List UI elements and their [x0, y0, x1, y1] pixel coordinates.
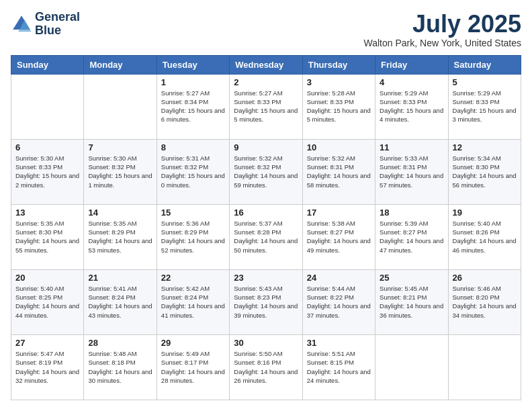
calendar-cell: 29Sunrise: 5:49 AMSunset: 8:17 PMDayligh… [157, 334, 229, 400]
day-number: 15 [161, 208, 225, 218]
day-number: 22 [161, 273, 225, 283]
day-number: 1 [161, 77, 225, 87]
day-number: 20 [15, 273, 79, 283]
subtitle: Walton Park, New York, United States [364, 38, 521, 48]
col-thursday: Thursday [302, 55, 375, 74]
calendar-cell: 10Sunrise: 5:32 AMSunset: 8:31 PMDayligh… [302, 139, 375, 204]
day-info: Sunrise: 5:27 AMSunset: 8:33 PMDaylight:… [234, 89, 298, 124]
day-number: 17 [307, 208, 371, 218]
day-info: Sunrise: 5:47 AMSunset: 8:19 PMDaylight:… [15, 349, 79, 385]
day-number: 12 [453, 142, 517, 152]
day-info: Sunrise: 5:29 AMSunset: 8:33 PMDaylight:… [380, 89, 443, 124]
day-info: Sunrise: 5:51 AMSunset: 8:15 PMDaylight:… [307, 349, 371, 385]
calendar-cell: 24Sunrise: 5:44 AMSunset: 8:22 PMDayligh… [302, 269, 375, 334]
day-info: Sunrise: 5:39 AMSunset: 8:27 PMDaylight:… [380, 219, 443, 255]
day-info: Sunrise: 5:29 AMSunset: 8:33 PMDaylight:… [453, 89, 517, 124]
calendar-cell [11, 74, 84, 139]
calendar-cell: 15Sunrise: 5:36 AMSunset: 8:29 PMDayligh… [157, 204, 229, 269]
day-info: Sunrise: 5:30 AMSunset: 8:32 PMDaylight:… [88, 154, 152, 189]
day-number: 13 [15, 208, 79, 218]
calendar-cell: 2Sunrise: 5:27 AMSunset: 8:33 PMDaylight… [230, 74, 302, 139]
day-info: Sunrise: 5:48 AMSunset: 8:18 PMDaylight:… [88, 349, 152, 385]
calendar-cell: 5Sunrise: 5:29 AMSunset: 8:33 PMDaylight… [448, 74, 521, 139]
calendar-cell: 25Sunrise: 5:45 AMSunset: 8:21 PMDayligh… [375, 269, 448, 334]
day-number: 23 [234, 273, 298, 283]
calendar-cell: 30Sunrise: 5:50 AMSunset: 8:16 PMDayligh… [230, 334, 302, 400]
calendar-cell: 11Sunrise: 5:33 AMSunset: 8:31 PMDayligh… [375, 139, 448, 204]
day-number: 31 [307, 338, 371, 348]
day-info: Sunrise: 5:41 AMSunset: 8:24 PMDaylight:… [88, 284, 152, 320]
col-wednesday: Wednesday [230, 55, 302, 74]
calendar-cell: 12Sunrise: 5:34 AMSunset: 8:30 PMDayligh… [448, 139, 521, 204]
day-info: Sunrise: 5:32 AMSunset: 8:31 PMDaylight:… [307, 154, 371, 189]
day-info: Sunrise: 5:30 AMSunset: 8:33 PMDaylight:… [15, 154, 79, 189]
day-info: Sunrise: 5:42 AMSunset: 8:24 PMDaylight:… [161, 284, 225, 320]
day-info: Sunrise: 5:45 AMSunset: 8:21 PMDaylight:… [380, 284, 443, 320]
day-number: 10 [307, 142, 371, 152]
logo-text: General Blue [35, 11, 80, 38]
day-info: Sunrise: 5:43 AMSunset: 8:23 PMDaylight:… [234, 284, 298, 320]
day-number: 14 [88, 208, 152, 218]
col-sunday: Sunday [11, 55, 84, 74]
calendar-cell: 27Sunrise: 5:47 AMSunset: 8:19 PMDayligh… [11, 334, 84, 400]
day-info: Sunrise: 5:35 AMSunset: 8:29 PMDaylight:… [88, 219, 152, 255]
day-number: 9 [234, 142, 298, 152]
day-info: Sunrise: 5:44 AMSunset: 8:22 PMDaylight:… [307, 284, 371, 320]
day-info: Sunrise: 5:40 AMSunset: 8:25 PMDaylight:… [15, 284, 79, 320]
day-info: Sunrise: 5:31 AMSunset: 8:32 PMDaylight:… [161, 154, 225, 189]
day-info: Sunrise: 5:37 AMSunset: 8:28 PMDaylight:… [234, 219, 298, 255]
calendar-cell: 26Sunrise: 5:46 AMSunset: 8:20 PMDayligh… [448, 269, 521, 334]
day-number: 28 [88, 338, 152, 348]
day-info: Sunrise: 5:36 AMSunset: 8:29 PMDaylight:… [161, 219, 225, 255]
calendar-cell [375, 334, 448, 400]
calendar-week-3: 13Sunrise: 5:35 AMSunset: 8:30 PMDayligh… [11, 204, 521, 269]
day-number: 6 [15, 142, 79, 152]
calendar-cell [448, 334, 521, 400]
calendar-cell: 16Sunrise: 5:37 AMSunset: 8:28 PMDayligh… [230, 204, 302, 269]
calendar-cell: 4Sunrise: 5:29 AMSunset: 8:33 PMDaylight… [375, 74, 448, 139]
col-saturday: Saturday [448, 55, 521, 74]
day-info: Sunrise: 5:28 AMSunset: 8:33 PMDaylight:… [307, 89, 371, 124]
day-number: 2 [234, 77, 298, 87]
day-number: 29 [161, 338, 225, 348]
calendar-week-1: 1Sunrise: 5:27 AMSunset: 8:34 PMDaylight… [11, 74, 521, 139]
main-title: July 2025 [364, 11, 521, 38]
logo: General Blue [11, 11, 80, 38]
day-number: 11 [380, 142, 443, 152]
calendar-cell: 6Sunrise: 5:30 AMSunset: 8:33 PMDaylight… [11, 139, 84, 204]
day-info: Sunrise: 5:27 AMSunset: 8:34 PMDaylight:… [161, 89, 225, 124]
day-info: Sunrise: 5:38 AMSunset: 8:27 PMDaylight:… [307, 219, 371, 255]
calendar-cell: 21Sunrise: 5:41 AMSunset: 8:24 PMDayligh… [84, 269, 157, 334]
calendar-cell: 1Sunrise: 5:27 AMSunset: 8:34 PMDaylight… [157, 74, 229, 139]
calendar-cell: 13Sunrise: 5:35 AMSunset: 8:30 PMDayligh… [11, 204, 84, 269]
calendar-header-row: Sunday Monday Tuesday Wednesday Thursday… [11, 55, 521, 74]
day-info: Sunrise: 5:35 AMSunset: 8:30 PMDaylight:… [15, 219, 79, 255]
day-number: 16 [234, 208, 298, 218]
col-tuesday: Tuesday [157, 55, 229, 74]
day-number: 5 [453, 77, 517, 87]
calendar-cell: 9Sunrise: 5:32 AMSunset: 8:32 PMDaylight… [230, 139, 302, 204]
calendar-cell: 3Sunrise: 5:28 AMSunset: 8:33 PMDaylight… [302, 74, 375, 139]
day-info: Sunrise: 5:40 AMSunset: 8:26 PMDaylight:… [453, 219, 517, 255]
calendar-cell: 22Sunrise: 5:42 AMSunset: 8:24 PMDayligh… [157, 269, 229, 334]
calendar-cell: 19Sunrise: 5:40 AMSunset: 8:26 PMDayligh… [448, 204, 521, 269]
day-info: Sunrise: 5:33 AMSunset: 8:31 PMDaylight:… [380, 154, 443, 189]
calendar-cell: 31Sunrise: 5:51 AMSunset: 8:15 PMDayligh… [302, 334, 375, 400]
page: General Blue July 2025 Walton Park, New … [0, 0, 532, 411]
day-number: 8 [161, 142, 225, 152]
logo-icon [11, 13, 32, 35]
day-number: 25 [380, 273, 443, 283]
calendar-cell [84, 74, 157, 139]
day-number: 7 [88, 142, 152, 152]
day-info: Sunrise: 5:34 AMSunset: 8:30 PMDaylight:… [453, 154, 517, 189]
calendar-cell: 20Sunrise: 5:40 AMSunset: 8:25 PMDayligh… [11, 269, 84, 334]
day-info: Sunrise: 5:49 AMSunset: 8:17 PMDaylight:… [161, 349, 225, 385]
col-monday: Monday [84, 55, 157, 74]
day-number: 30 [234, 338, 298, 348]
calendar-cell: 17Sunrise: 5:38 AMSunset: 8:27 PMDayligh… [302, 204, 375, 269]
day-number: 26 [453, 273, 517, 283]
calendar-cell: 7Sunrise: 5:30 AMSunset: 8:32 PMDaylight… [84, 139, 157, 204]
day-number: 19 [453, 208, 517, 218]
day-info: Sunrise: 5:50 AMSunset: 8:16 PMDaylight:… [234, 349, 298, 385]
col-friday: Friday [375, 55, 448, 74]
